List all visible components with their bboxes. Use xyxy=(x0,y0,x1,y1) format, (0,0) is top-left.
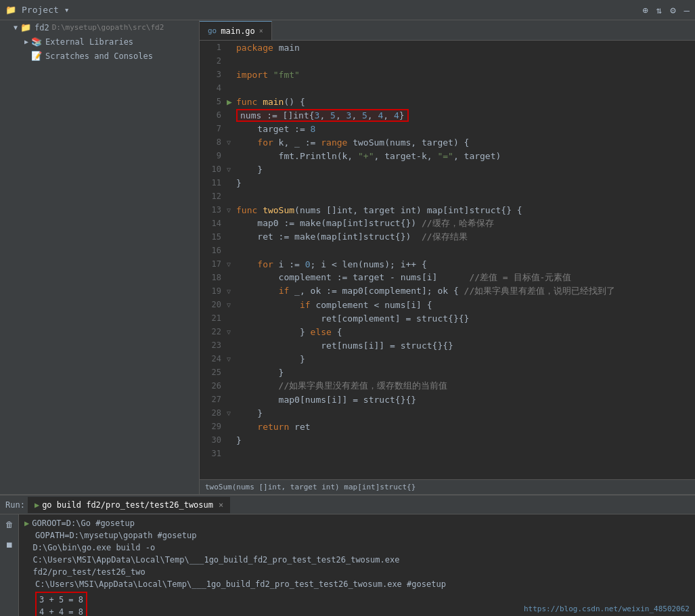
navigate-icon[interactable]: ⊕ xyxy=(642,5,648,16)
project-sidebar: ▼ 📁 fd2 D:\mysetup\gopath\src\fd2 ▶ 📚 Ex… xyxy=(0,20,200,494)
clear-output-button[interactable]: 🗑 xyxy=(2,517,17,532)
output-line-3: D:\Go\bin\go.exe build -o C:\Users\MSI\A… xyxy=(24,542,513,578)
code-line-21: 21 ret[complement] = struct{}{} xyxy=(200,311,692,325)
run-output: ▶ GOROOT=D:\Go #gosetup GOPATH=D:\mysetu… xyxy=(19,514,518,616)
code-line-23: 23 ret[nums[i]] = struct{}{} xyxy=(200,338,692,352)
tab-close-button[interactable]: × xyxy=(259,27,263,35)
code-line-9: 9 fmt.Println(k, "+", target-k, "=", tar… xyxy=(200,149,692,162)
output-text-4: C:\Users\MSI\AppData\Local\Temp\___1go_b… xyxy=(35,578,446,590)
code-line-5: 5 ▶ func main() { xyxy=(200,95,692,108)
code-line-7: 7 target := 8 xyxy=(200,122,692,135)
code-line-2: 2 xyxy=(200,54,692,68)
scratches-icon: 📝 xyxy=(31,51,42,61)
code-line-10: 10 ▽ } xyxy=(200,162,692,176)
output-line-2: GOPATH=D:\mysetup\gopath #gosetup xyxy=(24,529,513,542)
code-line-17: 17 ▽ for i := 0; i < len(nums); i++ { xyxy=(200,257,692,271)
run-tab-label: Run: xyxy=(5,500,25,510)
code-line-15: 15 ret := make(map[int]struct{}) //保存结果 xyxy=(200,230,692,244)
code-line-12: 12 xyxy=(200,190,692,203)
fd2-path: D:\mysetup\gopath\src\fd2 xyxy=(52,23,164,32)
code-line-29: 29 return ret xyxy=(200,420,692,433)
run-arrow-icon: ▶ xyxy=(24,517,29,529)
tab-label: main.go xyxy=(221,26,255,36)
run-config-label: go build fd2/pro_test/test26_twosum xyxy=(42,500,213,510)
code-line-18: 18 complement := target - nums[i] //差值 =… xyxy=(200,271,692,284)
code-line-4: 4 xyxy=(200,81,692,95)
settings-icon[interactable]: ⚙ xyxy=(670,5,675,16)
code-line-20: 20 ▽ if complement < nums[i] { xyxy=(200,298,692,311)
output-text-2: GOPATH=D:\mysetup\gopath #gosetup xyxy=(35,529,196,542)
lib-arrow-icon: ▶ xyxy=(24,38,28,45)
project-dropdown-icon[interactable]: ▾ xyxy=(64,5,70,15)
main-layout: ▼ 📁 fd2 D:\mysetup\gopath\src\fd2 ▶ 📚 Ex… xyxy=(0,20,695,494)
run-config-icon: ▶ xyxy=(35,500,39,510)
folder-icon: 📁 xyxy=(20,22,31,32)
bottom-right-area: https://blog.csdn.net/weixin_48502062 xyxy=(518,514,695,616)
project-folder-icon: 📁 xyxy=(5,5,16,15)
project-label: Project xyxy=(22,5,59,15)
code-line-13: 13 ▽ func twoSum(nums []int, target int)… xyxy=(200,203,692,217)
code-line-26: 26 //如果字典里没有差值，缓存数组的当前值 xyxy=(200,379,692,393)
code-editor[interactable]: 1 package main 2 3 import "fmt" 4 xyxy=(200,41,695,479)
sidebar-item-external-libraries[interactable]: ▶ 📚 External Libraries xyxy=(0,35,199,49)
code-line-22: 22 ▽ } else { xyxy=(200,325,692,338)
code-line-6: 6 nums := []int{3, 5, 3, 5, 4, 4} xyxy=(200,108,692,122)
csdn-link[interactable]: https://blog.csdn.net/weixin_48502062 xyxy=(524,604,690,613)
tab-run-config[interactable]: ▶ go build fd2/pro_test/test26_twosum × xyxy=(28,497,230,513)
library-icon: 📚 xyxy=(31,37,42,47)
tab-go-icon: go xyxy=(208,26,217,35)
output-text-1: GOROOT=D:\Go #gosetup xyxy=(32,517,135,529)
code-line-1: 1 package main xyxy=(200,41,692,54)
code-line-30: 30 } xyxy=(200,433,692,447)
code-line-19: 19 ▽ if _, ok := map0[complement]; ok { … xyxy=(200,284,692,298)
code-line-3: 3 import "fmt" xyxy=(200,68,692,81)
code-line-8: 8 ▽ for k, _ := range twoSum(nums, targe… xyxy=(200,135,692,149)
code-line-31: 31 xyxy=(200,447,692,460)
sidebar-item-fd2[interactable]: ▼ 📁 fd2 D:\mysetup\gopath\src\fd2 xyxy=(0,20,199,35)
tab-main-go[interactable]: go main.go × xyxy=(200,21,272,40)
bottom-toolbar: 🗑 ⏹ xyxy=(0,514,19,616)
bottom-panel: Run: ▶ go build fd2/pro_test/test26_twos… xyxy=(0,494,695,616)
code-line-27: 27 map0[nums[i]] = struct{}{} xyxy=(200,393,692,406)
minimize-icon[interactable]: — xyxy=(684,5,690,16)
bottom-content: 🗑 ⏹ ▶ GOROOT=D:\Go #gosetup GOPATH=D:\my… xyxy=(0,514,695,616)
sidebar-item-scratches[interactable]: ▶ 📝 Scratches and Consoles xyxy=(0,49,199,63)
output-line-results: 3 + 5 = 8 4 + 4 = 8 xyxy=(24,592,513,616)
sidebar-item-label-libraries: External Libraries xyxy=(45,37,133,47)
code-line-25: 25 } xyxy=(200,366,692,379)
code-line-16: 16 xyxy=(200,244,692,257)
editor-status-bar: twoSum(nums []int, target int) map[int]s… xyxy=(200,479,695,494)
status-function-label: twoSum(nums []int, target int) map[int]s… xyxy=(205,483,416,491)
code-line-28: 28 ▽ } xyxy=(200,406,692,420)
result-line-1: 3 + 5 = 8 xyxy=(39,595,83,604)
code-line-24: 24 ▽ } xyxy=(200,352,692,366)
split-icon[interactable]: ⇅ xyxy=(656,5,662,16)
run-tab-close[interactable]: × xyxy=(219,500,223,510)
result-line-2: 4 + 4 = 8 xyxy=(39,607,83,616)
code-line-14: 14 map0 := make(map[int]struct{}) //缓存，哈… xyxy=(200,217,692,230)
output-line-1: ▶ GOROOT=D:\Go #gosetup xyxy=(24,517,513,529)
output-text-3: D:\Go\bin\go.exe build -o C:\Users\MSI\A… xyxy=(33,542,513,578)
output-line-4: C:\Users\MSI\AppData\Local\Temp\___1go_b… xyxy=(24,578,513,590)
sidebar-item-label-fd2: fd2 xyxy=(35,23,49,32)
stop-button[interactable]: ⏹ xyxy=(2,537,17,552)
editor-tab-bar: go main.go × xyxy=(200,20,695,41)
folder-arrow-icon: ▼ xyxy=(14,24,18,31)
bottom-tab-bar: Run: ▶ go build fd2/pro_test/test26_twos… xyxy=(0,496,695,514)
title-bar: 📁 Project ▾ ⊕ ⇅ ⚙ — xyxy=(0,0,695,20)
sidebar-item-label-scratches: Scratches and Consoles xyxy=(45,51,153,61)
title-bar-icons: ⊕ ⇅ ⚙ — xyxy=(642,5,690,16)
editor-area: go main.go × 1 package main 2 xyxy=(200,20,695,494)
code-line-11: 11 } xyxy=(200,176,692,190)
result-box: 3 + 5 = 8 4 + 4 = 8 xyxy=(35,592,87,616)
